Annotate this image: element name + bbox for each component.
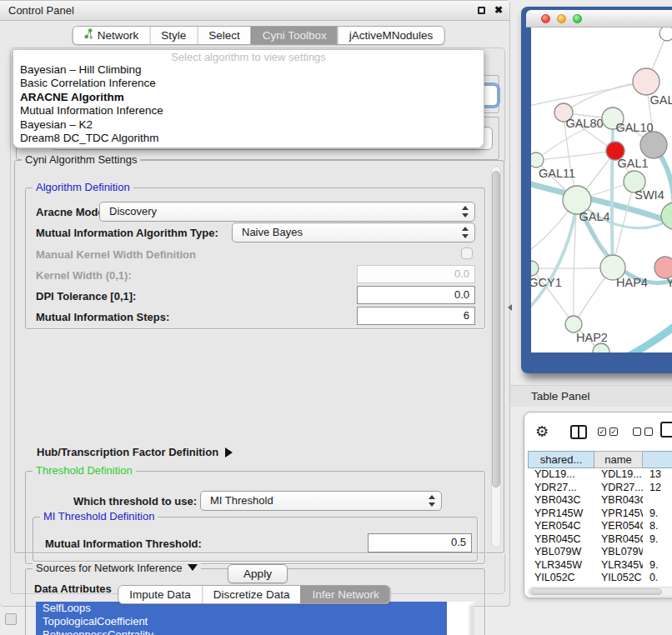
table-row[interactable]: YBR043CYBR043C [528,494,672,508]
tab-jactivemnodules[interactable]: jActiveMNodules [338,27,444,44]
columns-icon[interactable] [570,425,587,439]
table-horizontal-scrollbar[interactable] [528,587,672,597]
zoom-traffic-light-icon[interactable] [573,14,582,23]
dropdown-item-aracne-algorithm[interactable]: ARACNE Algorithm [13,91,484,104]
combo-arrows-icon [428,495,435,507]
gear-icon[interactable] [535,422,549,441]
table-horizontal-scrollbar-thumb[interactable] [530,588,662,595]
collapse-down-icon [188,564,198,571]
mi-threshold-definition-group: MI Threshold Definition Mutual Informati… [33,517,478,562]
aracne-mode-label: Aracne Mode: [36,206,108,218]
table-header-row: shared...name [528,451,672,468]
dropdown-item-dream8-dc-tdc-algorithm[interactable]: Dream8 DC_TDC Algorithm [13,132,484,145]
table-row[interactable]: YDR27...YDR27...12 [528,482,672,495]
mi-steps-field[interactable]: 6 [357,307,475,325]
hub-definition-toggle[interactable]: Hub/Transcription Factor Definition [37,446,233,458]
kernel-width-field[interactable]: 0.0 [357,265,475,283]
network-node-gcy1[interactable] [531,261,539,276]
column-header-shared[interactable]: shared... [528,451,594,468]
split-pane-collapse-icon[interactable] [508,304,512,311]
mi-threshold-label: Mutual Information Threshold: [45,538,202,550]
minimize-traffic-light-icon[interactable] [557,14,566,23]
attribute-list-scrollbar[interactable] [469,603,474,635]
node-label: GAL11 [539,167,575,180]
expand-right-icon [225,448,233,458]
window-title: Control Panel [8,4,74,17]
export-table-icon[interactable] [660,422,672,438]
dropdown-prompt: Select algorithm to view settings [13,52,484,63]
table-row[interactable]: YBL079WYBL079W [528,546,672,559]
network-node-hap2[interactable] [565,316,582,332]
dropdown-item-bayesian-hill-climbing[interactable]: Bayesian – Hill Climbing [13,63,484,77]
network-icon [84,27,93,44]
tab-network[interactable]: Network [73,27,150,44]
network-window-titlebar [526,10,672,28]
network-node[interactable] [659,28,672,41]
node-label: HAP2 [576,331,608,344]
threshold-definition-title: Threshold Definition [33,465,136,477]
node-label: GCY1 [531,276,562,289]
algorithm-dropdown: Select algorithm to view settings Bayesi… [13,49,484,148]
node-label: GAL80 [565,117,603,130]
bottom-tab-bar: Impute DataDiscretize DataInfer Network [118,585,390,604]
close-traffic-light-icon[interactable] [541,14,550,23]
mi-threshold-field[interactable]: 0.5 [368,533,472,552]
table-row[interactable]: YIL052CYIL052C0. [528,572,672,582]
attribute-list-scrollbar-thumb[interactable] [470,605,474,635]
node-label: Y [666,276,672,289]
manual-kernel-label: Manual Kernel Width Definition [36,248,196,261]
dpi-tolerance-field[interactable]: 0.0 [357,286,475,304]
tab-style[interactable]: Style [149,27,197,44]
attribute-item-topologicalcoefficient[interactable]: TopologicalCoefficient [36,615,447,628]
manual-kernel-checkbox[interactable] [461,248,473,259]
combo-arrows-icon [461,227,469,238]
settings-group-title: Cyni Algorithm Settings [22,154,140,166]
data-attributes-label: Data Attributes [34,582,112,595]
node-label: GAL [649,93,672,107]
network-canvas[interactable]: GALGAL80GAL10GAL1GAL11SWI4GAL4GCY1HAP4YH… [531,28,672,352]
settings-scrollbar-thumb[interactable] [492,171,500,488]
apply-button[interactable]: Apply [228,564,288,583]
network-node-gal[interactable] [633,68,659,95]
mi-algorithm-type-combobox[interactable]: Naive Bayes [232,222,475,242]
node-label: GAL10 [615,121,653,134]
select-all-checkboxes-icon[interactable] [598,428,618,436]
collapsed-panel-icon[interactable] [5,613,17,625]
which-threshold-combobox[interactable]: MI Threshold [200,491,442,511]
tab-select[interactable]: Select [197,27,251,44]
node-label: GAL1 [617,157,648,170]
settings-scrollbar[interactable] [491,166,501,548]
table-row[interactable]: YER054CYER054C8. [528,520,672,533]
network-node-swi4[interactable] [661,202,672,229]
table-rows: YDL19...YDL19...13YDR27...YDR27...12YBR0… [528,468,672,582]
network-node[interactable] [593,343,609,352]
sources-group-title[interactable]: Sources for Network Inference [33,562,201,574]
dropdown-item-basic-correlation-inference[interactable]: Basic Correlation Inference [13,77,484,90]
column-header-2[interactable] [643,451,672,468]
network-node[interactable] [640,132,667,158]
deselect-all-checkboxes-icon[interactable] [633,428,653,436]
threshold-definition-group: Threshold Definition Which threshold to … [25,471,485,564]
dropdown-item-mutual-information-inference[interactable]: Mutual Information Inference [13,104,484,118]
network-view-window: GALGAL80GAL10GAL1GAL11SWI4GAL4GCY1HAP4YH… [521,7,672,373]
close-icon[interactable]: ✖ [494,4,503,16]
aracne-mode-combobox[interactable]: Discovery [99,202,475,222]
algorithm-definition-title: Algorithm Definition [33,182,133,193]
float-window-icon[interactable] [478,7,485,14]
control-panel-titlebar: Control Panel ✖ [0,1,509,21]
data-attributes-list: SelfLoopsTopologicalCoefficientBetweenne… [36,602,474,635]
table-row[interactable]: YLR345WYLR345W9. [528,559,672,572]
tab-infer-network[interactable]: Infer Network [300,586,389,603]
table-row[interactable]: YDL19...YDL19...13 [528,468,672,482]
tab-discretize-data[interactable]: Discretize Data [202,586,301,603]
node-label: GAL4 [579,210,609,223]
mi-algorithm-type-label: Mutual Information Algorithm Type: [36,227,218,239]
table-row[interactable]: YBR045CYBR045C9. [528,533,672,547]
table-row[interactable]: YPR145WYPR145W9. [528,508,672,521]
dropdown-item-bayesian-k2[interactable]: Bayesian – K2 [13,118,484,132]
column-header-name[interactable]: name [594,451,643,468]
attribute-item-betweennesscentrality[interactable]: BetweennessCentrality [36,628,447,635]
tab-impute-data[interactable]: Impute Data [118,586,202,603]
network-node-gal11[interactable] [531,152,544,168]
tab-cyni-toolbox[interactable]: Cyni Toolbox [251,27,338,44]
